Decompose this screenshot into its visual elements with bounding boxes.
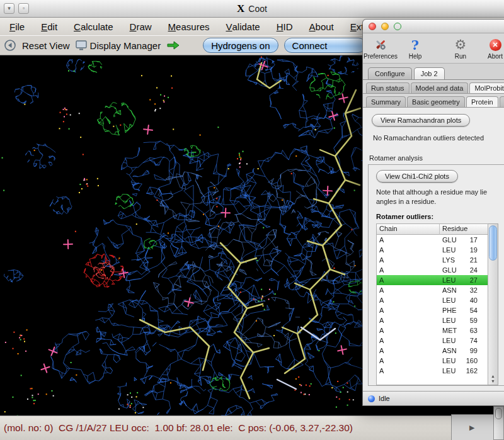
rotamer-outlier-row[interactable]: A GLU 24 <box>377 265 488 275</box>
go-arrow-icon[interactable] <box>166 40 180 50</box>
abort-button[interactable]: ✕ Abort <box>479 37 504 60</box>
background-scrollbar-thumb[interactable] <box>495 408 502 419</box>
close-icon[interactable] <box>369 23 376 30</box>
rotamer-outlier-row[interactable]: A ASN 99 <box>377 346 488 356</box>
coot-statusbar: (mol. no: 0) CG /1/A/27 LEU occ: 1.00 bf… <box>0 415 504 440</box>
tab-job-2[interactable]: Job 2 <box>414 67 445 79</box>
rotamer-outlier-row[interactable]: A LEU 74 <box>377 336 488 346</box>
rotamer-table-scrollbar[interactable]: ▲▼ <box>488 223 498 385</box>
undo-view-icon[interactable] <box>4 39 16 52</box>
cell-residue-name: MET <box>440 327 462 334</box>
cell-residue-number: 27 <box>462 276 488 284</box>
cell-chain: A <box>377 266 440 274</box>
menu-about[interactable]: About <box>301 18 342 35</box>
menu-calculate[interactable]: Calculate <box>66 18 122 35</box>
menu-file[interactable]: File <box>1 18 33 35</box>
rotamer-table-header: Chain Residue <box>377 224 488 235</box>
background-scroll-corner[interactable]: ▶ <box>451 414 504 440</box>
tab-protein[interactable]: Protein <box>466 96 498 107</box>
cell-residue-name: LEU <box>440 296 462 304</box>
cell-residue-number: 24 <box>462 266 488 274</box>
rotamer-outlier-row[interactable]: A LEU 59 <box>377 315 488 325</box>
menu-hid[interactable]: HID <box>268 18 301 35</box>
minimize-icon[interactable] <box>381 23 389 30</box>
help-button[interactable]: ? Help <box>399 37 432 60</box>
tab-molprobity[interactable]: MolProbity <box>469 82 504 93</box>
coot-titlebar[interactable]: ▾ ▫ X Coot <box>0 0 504 18</box>
window-shade-button[interactable]: ▫ <box>18 3 29 14</box>
preferences-button[interactable]: Preferences <box>364 37 397 60</box>
cell-chain: A <box>377 357 440 364</box>
cell-residue-name: ASN <box>440 286 462 294</box>
tab-basic-geometry[interactable]: Basic geometry <box>407 96 465 107</box>
tab-summary[interactable]: Summary <box>366 96 406 107</box>
display-manager-button[interactable]: Display Manager <box>76 40 161 51</box>
window-title: X Coot <box>237 3 267 15</box>
cell-chain: A <box>377 367 440 375</box>
view-ramachandran-plots-button[interactable]: View Ramachandran plots <box>372 114 470 127</box>
abort-label: Abort <box>488 53 503 60</box>
rotamer-outlier-row[interactable]: A LEU 19 <box>377 245 488 255</box>
tab-run-status[interactable]: Run status <box>366 82 410 93</box>
menu-validate[interactable]: Validate <box>217 18 268 35</box>
abort-x-icon: ✕ <box>490 37 501 53</box>
run-label: Run <box>455 53 466 60</box>
tab-clashes[interactable]: Clashes <box>500 96 504 107</box>
zoom-icon[interactable] <box>394 23 401 30</box>
cell-chain: A <box>377 327 440 334</box>
cell-chain: A <box>377 236 440 244</box>
column-header-residue[interactable]: Residue <box>440 224 488 235</box>
cell-residue-number: 74 <box>462 337 488 344</box>
display-manager-label: Display Manager <box>90 40 161 51</box>
cell-residue-name: LEU <box>440 246 462 254</box>
rotamer-outlier-row[interactable]: A LEU 160 <box>377 356 488 366</box>
preferences-tools-icon <box>374 37 387 53</box>
view-chi1-chi2-plots-button[interactable]: View Chi1-Chi2 plots <box>376 170 458 183</box>
scrollbar-arrows-icon[interactable]: ▲▼ <box>488 374 498 384</box>
reset-view-button[interactable]: Reset View <box>22 40 70 51</box>
cell-residue-number: 160 <box>462 357 488 364</box>
rotamer-outliers-label: Rotamer outliers: <box>376 213 504 220</box>
menu-edit[interactable]: Edit <box>33 18 66 35</box>
reset-view-label: Reset View <box>22 40 70 51</box>
phenix-titlebar[interactable] <box>363 20 504 33</box>
phenix-validation-window: Preferences ? Help ⚙ Run ✕ Abort Configu… <box>362 19 504 406</box>
phenix-statusbar: Idle <box>363 391 504 405</box>
scroll-right-arrow-icon[interactable]: ▶ <box>469 424 474 432</box>
rotamer-note-line1: Note that although a residue may lie <box>376 188 504 197</box>
cell-residue-number: 21 <box>462 256 488 264</box>
help-question-icon: ? <box>411 37 419 53</box>
tab-configure[interactable]: Configure <box>368 67 412 79</box>
rotamer-outlier-row[interactable]: A LEU 27 <box>377 275 488 285</box>
status-orb-icon <box>368 395 375 402</box>
run-button[interactable]: ⚙ Run <box>444 37 477 60</box>
rotamer-outlier-row[interactable]: A LYS 21 <box>377 255 488 265</box>
column-header-chain[interactable]: Chain <box>377 224 440 235</box>
rotamer-outlier-row[interactable]: A LEU 40 <box>377 295 488 305</box>
rotamer-outlier-row[interactable]: A LEU 162 <box>377 366 488 376</box>
cell-residue-name: LEU <box>440 367 462 375</box>
cell-chain: A <box>377 317 440 324</box>
rotamer-outlier-row[interactable]: A PHE 54 <box>377 305 488 315</box>
window-menu-button[interactable]: ▾ <box>4 3 14 14</box>
x11-logo-icon: X <box>237 3 244 15</box>
cell-chain: A <box>377 347 440 354</box>
tab-model-and-data[interactable]: Model and data <box>411 82 469 93</box>
background-vertical-scrollbar[interactable] <box>493 406 504 440</box>
rotamer-outlier-row[interactable]: A MET 63 <box>377 325 488 336</box>
window-title-text: Coot <box>248 4 267 14</box>
cell-residue-number: 99 <box>462 347 488 354</box>
hydrogens-toggle-label: Hydrogens on <box>211 40 270 51</box>
rotamer-note-line2: angles in a residue. <box>376 197 504 206</box>
hydrogens-toggle-button[interactable]: Hydrogens on <box>203 38 278 53</box>
cell-residue-number: 162 <box>462 367 488 375</box>
cell-residue-name: LYS <box>440 256 462 264</box>
job-tab-bar: Run status Model and data MolProbity <box>363 80 504 94</box>
rotamer-outlier-row[interactable]: A ASN 32 <box>377 285 488 295</box>
menu-draw[interactable]: Draw <box>122 18 160 35</box>
menu-measures[interactable]: Measures <box>160 18 218 35</box>
rotamer-outlier-row[interactable]: A GLU 17 <box>377 235 488 245</box>
window-controls: ▾ ▫ <box>4 3 29 14</box>
connect-toggle-button[interactable]: Connect <box>284 38 366 53</box>
scrollbar-thumb[interactable] <box>489 225 497 261</box>
